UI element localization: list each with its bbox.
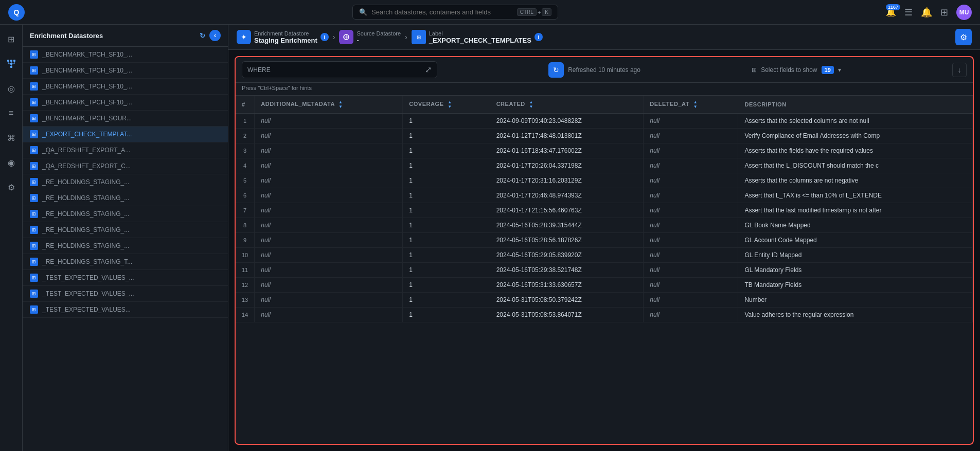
notifications-button[interactable]: 🔔 1167 — [886, 7, 896, 17]
page-settings-button[interactable]: ⚙ — [955, 29, 972, 45]
where-filter-input-wrap[interactable]: WHERE ⤢ — [242, 61, 437, 78]
table-row[interactable]: 3 null 1 2024-01-16T18:43:47.176002Z nul… — [236, 143, 973, 158]
col-created[interactable]: CREATED ▲▼ — [490, 96, 644, 114]
cell-created: 2024-05-31T05:08:50.379242Z — [490, 293, 644, 308]
datastore-item-icon: ⊞ — [30, 258, 38, 266]
global-search[interactable]: 🔍 CTRL + K — [352, 5, 558, 20]
table-row[interactable]: 4 null 1 2024-01-17T20:26:04.337198Z nul… — [236, 158, 973, 173]
sidebar-item-hierarchy[interactable] — [3, 56, 20, 72]
collapse-panel-button[interactable]: ‹ — [209, 30, 221, 41]
datastore-item-icon: ⊞ — [30, 210, 38, 218]
cell-row-num: 12 — [236, 278, 255, 293]
datastore-list-item-item-1[interactable]: ⊞ _BENCHMARK_TPCH_SF10_... — [23, 47, 228, 63]
table-row[interactable]: 6 null 1 2024-01-17T20:46:48.974393Z nul… — [236, 188, 973, 203]
datastore-item-label: _TEST_EXPECTED_VALUES_... — [42, 290, 134, 297]
sidebar-item-settings[interactable]: ⚙ — [3, 179, 20, 195]
table-row[interactable]: 11 null 1 2024-05-16T05:29:38.521748Z nu… — [236, 263, 973, 278]
grid-view-button[interactable]: ⊞ — [940, 7, 948, 18]
cell-created: 2024-01-17T20:46:48.974393Z — [490, 188, 644, 203]
datastore-item-icon: ⊞ — [30, 226, 38, 234]
datastore-item-label: _RE_HOLDINGS_STAGING_... — [42, 178, 129, 186]
sidebar-item-circle[interactable]: ◎ — [3, 80, 20, 97]
refresh-datastores-icon[interactable]: ↻ — [200, 32, 205, 40]
enrichment-info-icon[interactable]: i — [320, 33, 329, 41]
cell-row-num: 9 — [236, 233, 255, 248]
datastore-list-item-item-3[interactable]: ⊞ _BENCHMARK_TPCH_SF10_... — [23, 79, 228, 95]
data-table-wrap[interactable]: # ADDITIONAL_METADATA ▲▼ COVERAGE ▲▼ CRE… — [236, 96, 973, 444]
source-value[interactable]: - — [357, 37, 401, 44]
cell-description: Asserts that the selected columns are no… — [738, 114, 973, 129]
cell-deleted-at: null — [644, 218, 738, 233]
refresh-data-button[interactable]: ↻ — [548, 62, 564, 78]
cell-created: 2024-01-17T20:26:04.337198Z — [490, 158, 644, 173]
enrichment-value[interactable]: Staging Enrichment — [254, 37, 317, 44]
datastore-list-item-item-2[interactable]: ⊞ _BENCHMARK_TPCH_SF10_... — [23, 63, 228, 79]
table-row[interactable]: 2 null 1 2024-01-12T17:48:48.013801Z nul… — [236, 129, 973, 143]
table-row[interactable]: 7 null 1 2024-01-17T21:15:56.460763Z nul… — [236, 203, 973, 218]
table-row[interactable]: 12 null 1 2024-05-16T05:31:33.630657Z nu… — [236, 278, 973, 293]
cell-created: 2024-09-09T09:40:23.048828Z — [490, 114, 644, 129]
table-row[interactable]: 14 null 1 2024-05-31T05:08:53.864071Z nu… — [236, 308, 973, 322]
cell-description: TB Mandatory Fields — [738, 278, 973, 293]
table-row[interactable]: 9 null 1 2024-05-16T05:28:56.187826Z nul… — [236, 233, 973, 248]
where-filter-input[interactable] — [275, 66, 421, 74]
cell-description: Verify Compliance of Email Addresses wit… — [738, 129, 973, 143]
cell-description: Asserts that the columns are not negativ… — [738, 173, 973, 188]
table-row[interactable]: 13 null 1 2024-05-31T05:08:50.379242Z nu… — [236, 293, 973, 308]
plus-sep: + — [538, 9, 541, 15]
user-avatar[interactable]: MU — [956, 5, 972, 20]
datastore-list-item-item-4[interactable]: ⊞ _BENCHMARK_TPCH_SF10_... — [23, 95, 228, 111]
breadcrumb-sep-1: › — [333, 33, 335, 41]
table-body: 1 null 1 2024-09-09T09:40:23.048828Z nul… — [236, 114, 973, 322]
col-additional-metadata[interactable]: ADDITIONAL_METADATA ▲▼ — [255, 96, 403, 114]
datastore-list-item-item-5[interactable]: ⊞ _BENCHMARK_TPCH_SOUR... — [23, 111, 228, 127]
datastore-list-item-item-12[interactable]: ⊞ _RE_HOLDINGS_STAGING_... — [23, 222, 228, 238]
cell-description: Assert that L_TAX is <= than 10% of L_EX… — [738, 188, 973, 203]
datastore-list-item-item-8[interactable]: ⊞ _QA_REDSHIFT_EXPORT_C... — [23, 158, 228, 174]
datastore-list-item-item-10[interactable]: ⊞ _RE_HOLDINGS_STAGING_... — [23, 190, 228, 206]
cell-row-num: 8 — [236, 218, 255, 233]
datastore-list-item-item-7[interactable]: ⊞ _QA_REDSHIFT_EXPORT_A... — [23, 142, 228, 158]
datastore-list-item-item-15[interactable]: ⊞ _TEST_EXPECTED_VALUES_... — [23, 270, 228, 286]
datastore-list-item-item-17[interactable]: ⊞ _TEST_EXPECTED_VALUES... — [23, 302, 228, 318]
cell-coverage: 1 — [403, 188, 490, 203]
cell-coverage: 1 — [403, 143, 490, 158]
sidebar-item-home[interactable]: ⊞ — [3, 31, 20, 47]
datastore-item-icon: ⊞ — [30, 98, 38, 106]
alert-icon[interactable]: 🔔 — [921, 7, 932, 18]
sidebar-item-users[interactable]: ◉ — [3, 154, 20, 171]
datastore-list-item-item-9[interactable]: ⊞ _RE_HOLDINGS_STAGING_... — [23, 174, 228, 190]
col-coverage[interactable]: COVERAGE ▲▼ — [403, 96, 490, 114]
source-datastore-icon — [339, 30, 353, 44]
list-view-button[interactable]: ☰ — [904, 7, 913, 18]
download-button[interactable]: ↓ — [952, 63, 967, 77]
datastore-list-item-item-14[interactable]: ⊞ _RE_HOLDINGS_STAGING_T... — [23, 254, 228, 270]
table-header: # ADDITIONAL_METADATA ▲▼ COVERAGE ▲▼ CRE… — [236, 96, 973, 114]
datastore-item-label: _BENCHMARK_TPCH_SF10_... — [42, 83, 132, 90]
table-row[interactable]: 5 null 1 2024-01-17T20:31:16.203129Z nul… — [236, 173, 973, 188]
sidebar-item-tag[interactable]: ⌘ — [3, 130, 20, 146]
datastore-list-item-item-16[interactable]: ⊞ _TEST_EXPECTED_VALUES_... — [23, 286, 228, 302]
datastore-list-item-item-11[interactable]: ⊞ _RE_HOLDINGS_STAGING_... — [23, 206, 228, 222]
sidebar-item-list[interactable]: ≡ — [3, 105, 20, 121]
enrichment-datastore-icon: ✦ — [237, 30, 251, 44]
cell-additional-metadata: null — [255, 263, 403, 278]
search-input[interactable] — [371, 8, 513, 16]
datastore-list-item-item-6[interactable]: ⊞ _EXPORT_CHECK_TEMPLAT... — [23, 127, 228, 142]
datastore-item-icon: ⊞ — [30, 130, 38, 138]
container-value[interactable]: _EXPORT_CHECK_TEMPLATES — [429, 37, 531, 44]
table-row[interactable]: 1 null 1 2024-09-09T09:40:23.048828Z nul… — [236, 114, 973, 129]
table-row[interactable]: 8 null 1 2024-05-16T05:28:39.315444Z nul… — [236, 218, 973, 233]
expand-filter-button[interactable]: ⤢ — [425, 65, 432, 75]
datastore-item-label: _RE_HOLDINGS_STAGING_... — [42, 194, 129, 202]
cell-coverage: 1 — [403, 263, 490, 278]
datastore-item-icon: ⊞ — [30, 162, 38, 170]
datastore-item-icon: ⊞ — [30, 194, 38, 202]
datastore-list-item-item-13[interactable]: ⊞ _RE_HOLDINGS_STAGING_... — [23, 238, 228, 254]
container-info-icon[interactable]: i — [534, 33, 543, 41]
breadcrumb-bar: ✦ Enrichment Datastore Staging Enrichmen… — [228, 25, 980, 50]
table-row[interactable]: 10 null 1 2024-05-16T05:29:05.839920Z nu… — [236, 248, 973, 263]
datastore-item-icon: ⊞ — [30, 114, 38, 122]
fields-selector[interactable]: ⊞ Select fields to show 19 ▾ — [752, 66, 841, 74]
col-deleted-at[interactable]: DELETED_AT ▲▼ — [644, 96, 738, 114]
